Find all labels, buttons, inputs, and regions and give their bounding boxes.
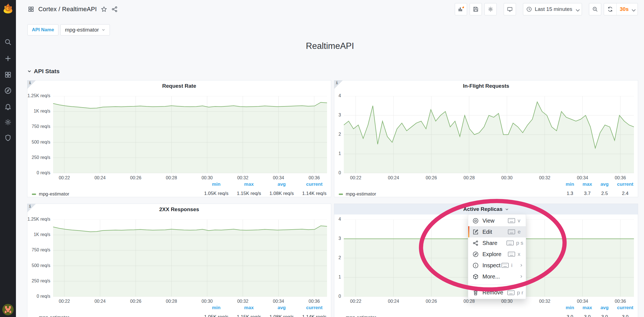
legend-series-name[interactable]: mpg-estimator	[39, 315, 69, 317]
breadcrumb-title[interactable]: Cortex / RealtimeAPI	[38, 6, 97, 13]
menu-item-inspect[interactable]: Inspect i	[468, 260, 526, 271]
stat-value-max: 3.7	[583, 191, 592, 196]
cycle-view-mode-button[interactable]	[504, 3, 516, 15]
stat-value-max: 1.15K req/s	[237, 314, 261, 317]
dashboard-settings-button[interactable]	[484, 3, 497, 15]
stat-value-avg: 3.0	[600, 314, 609, 317]
stat-header-current[interactable]: current	[617, 305, 633, 311]
x-axis-tick-label: 00:28	[458, 175, 480, 180]
x-axis-tick-label: 00:28	[160, 299, 183, 304]
refresh-interval-dropdown[interactable]: 30s	[616, 3, 638, 15]
variable-value-dropdown[interactable]: mpg-estimator	[60, 24, 110, 35]
keyboard-icon	[508, 229, 515, 234]
sidebar-item-configuration[interactable]	[4, 118, 12, 126]
sidebar-item-create[interactable]	[4, 55, 12, 62]
stat-header-avg[interactable]: avg	[600, 305, 609, 311]
dashboard-grid-icon	[28, 6, 34, 13]
y-axis-tick-label: 1.25K req/s	[27, 217, 50, 222]
panel-title[interactable]: In-Flight Requests	[334, 83, 638, 89]
stat-header-avg[interactable]: avg	[600, 182, 609, 187]
star-icon[interactable]	[101, 6, 107, 13]
x-axis-tick-label: 00:32	[232, 175, 254, 180]
stat-header-min[interactable]: min	[566, 305, 574, 311]
zoom-out-time-button[interactable]	[589, 3, 601, 15]
menu-item-share[interactable]: Share p s	[468, 237, 526, 249]
x-axis-tick-label: 00:30	[196, 299, 218, 304]
x-axis-tick-label: 00:32	[534, 299, 556, 304]
grafana-logo-icon[interactable]	[3, 2, 13, 14]
legend: mpg-estimator	[339, 191, 376, 197]
in-flight-requests-chart[interactable]	[344, 96, 634, 173]
stat-header-max[interactable]: max	[237, 305, 261, 311]
y-axis-tick-label: 0	[334, 170, 341, 175]
stat-header-avg[interactable]: avg	[269, 305, 294, 311]
stat-value-max: 1.15K req/s	[237, 191, 261, 196]
x-axis-tick-label: 00:30	[196, 175, 218, 180]
stat-header-avg[interactable]: avg	[269, 182, 294, 187]
y-axis-tick-label: 750 req/s	[27, 124, 50, 129]
y-axis-tick-label: 250 req/s	[27, 278, 50, 283]
x-axis-tick-label: 00:26	[420, 299, 442, 304]
stat-value-min: 1.05K req/s	[204, 191, 228, 196]
template-variables: API Name mpg-estimator	[27, 24, 110, 35]
menu-item-remove[interactable]: Remove p r	[468, 285, 526, 298]
cube-icon	[472, 273, 479, 280]
x-axis-tick-label: 00:36	[303, 175, 325, 180]
y-axis-tick-label: 1	[334, 275, 341, 280]
refresh-button[interactable]	[604, 3, 616, 15]
row-header-api-stats[interactable]: API Stats	[27, 68, 60, 75]
panel-context-menu: View v Edit e Share p s	[468, 214, 526, 299]
stat-value-min: 1.3	[566, 191, 574, 196]
x-axis-tick-label: 00:34	[267, 175, 290, 180]
stat-header-min[interactable]: min	[204, 305, 228, 311]
stat-header-current[interactable]: current	[302, 182, 326, 187]
row-title: API Stats	[34, 68, 60, 75]
panel-title[interactable]: Request Rate	[27, 83, 331, 89]
menu-item-view[interactable]: View v	[468, 215, 526, 226]
legend: mpg-estimator	[32, 315, 69, 317]
y-axis-tick-label: 3	[334, 113, 341, 118]
sidebar-item-dashboards[interactable]	[4, 71, 12, 78]
sidebar-item-server-admin[interactable]	[4, 134, 12, 142]
stat-value-max: 3.0	[583, 314, 592, 317]
legend: mpg-estimator	[32, 191, 69, 197]
legend-series-name[interactable]: mpg-estimator	[346, 315, 376, 317]
x-axis-tick-label: 00:22	[53, 299, 75, 304]
x-axis-tick-label: 00:32	[534, 175, 556, 180]
y-axis-tick-label: 0 req/s	[27, 170, 50, 175]
stat-header-max[interactable]: max	[583, 305, 592, 311]
legend-stats: min max avg current 3.0 3.0 3.0 3.0	[566, 305, 633, 317]
save-dashboard-button[interactable]	[470, 3, 482, 15]
menu-item-more[interactable]: More...	[468, 271, 526, 282]
time-range-picker[interactable]: Last 15 minutes	[523, 3, 582, 15]
stat-header-max[interactable]: max	[583, 182, 592, 187]
y-axis-tick-label: 500 req/s	[27, 263, 50, 268]
add-panel-button[interactable]	[455, 3, 467, 15]
x-axis-tick-label: 00:22	[53, 175, 75, 180]
legend-series-name[interactable]: mpg-estimator	[39, 191, 69, 197]
x-axis-tick-label: 00:26	[125, 175, 147, 180]
user-avatar[interactable]	[2, 304, 14, 315]
refresh-picker: 30s	[604, 3, 638, 15]
stat-header-current[interactable]: current	[302, 305, 326, 311]
stat-header-current[interactable]: current	[617, 182, 633, 187]
y-axis-tick-label: 0 req/s	[27, 294, 50, 299]
request-rate-chart[interactable]	[53, 96, 327, 173]
panel-in-flight-requests: i In-Flight Requests mpg-estimator min m…	[334, 80, 638, 197]
sidebar-item-alerting[interactable]	[4, 103, 12, 110]
menu-item-explore[interactable]: Explore x	[468, 249, 526, 260]
panel-header-menu-open[interactable]: Active Replicas	[334, 204, 638, 214]
share-icon[interactable]	[111, 6, 118, 13]
menu-item-edit[interactable]: Edit e	[468, 226, 526, 237]
sidebar-item-search[interactable]	[4, 38, 12, 46]
sidebar-item-explore[interactable]	[4, 87, 12, 94]
panel-title[interactable]: 2XX Responses	[27, 206, 331, 213]
stat-header-max[interactable]: max	[237, 182, 261, 187]
stat-header-min[interactable]: min	[204, 182, 228, 187]
legend-series-name[interactable]: mpg-estimator	[346, 191, 376, 197]
keyboard-icon	[506, 240, 514, 246]
chevron-down-icon	[27, 69, 32, 73]
y-axis-tick-label: 750 req/s	[27, 247, 50, 252]
2xx-responses-chart[interactable]	[53, 220, 327, 297]
stat-header-min[interactable]: min	[566, 182, 574, 187]
